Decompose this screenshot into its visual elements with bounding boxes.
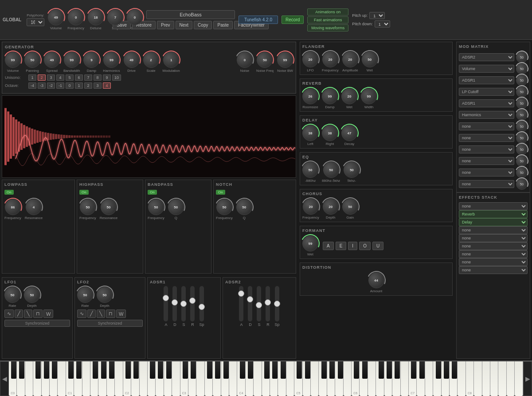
mod-matrix-knob-0[interactable]: 50: [516, 51, 528, 63]
octave-3[interactable]: 3: [94, 82, 102, 89]
lfo2-sine-btn[interactable]: ∿: [77, 310, 86, 318]
gen-damp-knob[interactable]: 9: [83, 52, 99, 68]
octave-n3[interactable]: -3: [38, 82, 46, 89]
mod-matrix-knob-10[interactable]: 50: [516, 167, 528, 178]
mod-matrix-select-1[interactable]: Volume ADSR1ADSR2Volume LP CutoffHarmoni…: [459, 65, 514, 73]
unisono-7[interactable]: 7: [84, 74, 92, 81]
adsr1-sp-slider[interactable]: [200, 286, 204, 322]
black-key-14[interactable]: [191, 361, 196, 379]
flanger-lfo-knob[interactable]: 20: [302, 51, 318, 67]
reverb-width-knob[interactable]: 99: [361, 88, 377, 104]
lfo2-ramp-btn[interactable]: ╲: [97, 310, 105, 318]
adsr1-a-slider[interactable]: [164, 286, 168, 322]
flanger-amp-knob[interactable]: 20: [342, 51, 358, 67]
formant-o-button[interactable]: O: [359, 242, 371, 250]
black-key--1[interactable]: [35, 361, 41, 379]
octave-n4[interactable]: -4: [28, 82, 36, 89]
bandpass-q-knob[interactable]: 50: [168, 199, 184, 215]
mod-matrix-select-0[interactable]: ADSR2 ADSR1ADSR2Volume LP CutoffHarmonic…: [459, 53, 514, 61]
black-key--1[interactable]: [52, 361, 57, 379]
highpass-on-badge[interactable]: On: [79, 190, 89, 195]
mod-matrix-knob-6[interactable]: 50: [516, 121, 528, 132]
mod-matrix-select-9[interactable]: none ADSR1ADSR2Volume LP CutoffHarmonics…: [459, 157, 514, 165]
mod-matrix-select-7[interactable]: none ADSR1ADSR2Volume LP CutoffHarmonics…: [459, 134, 514, 142]
mod-matrix-knob-3[interactable]: 50: [516, 86, 528, 98]
formant-e-button[interactable]: E: [336, 242, 347, 250]
lfo1-random-btn[interactable]: W: [43, 310, 53, 318]
formant-i-button[interactable]: I: [348, 242, 357, 250]
octave-0[interactable]: 0: [66, 82, 74, 89]
freq-knob[interactable]: 0: [68, 9, 84, 25]
mod-matrix-knob-8[interactable]: 50: [516, 144, 528, 155]
effect-select-7[interactable]: none ReverbDelayChorusFlangernone: [459, 258, 528, 266]
polyphony-select[interactable]: 168432: [27, 18, 44, 26]
black-key-9[interactable]: [125, 361, 131, 379]
black-key-9[interactable]: [133, 361, 139, 379]
eq-mid-knob[interactable]: 50: [323, 162, 339, 178]
black-key-4[interactable]: [76, 361, 82, 379]
effect-select-6[interactable]: none ReverbDelayChorusFlangernone: [459, 250, 528, 258]
white-key-34[interactable]: [286, 361, 294, 396]
black-key-19[interactable]: [272, 361, 278, 379]
black-key-34[interactable]: [452, 361, 457, 379]
unisono-1[interactable]: 1: [28, 74, 36, 81]
octave-n2[interactable]: -2: [47, 82, 55, 89]
lfo1-saw-btn[interactable]: ╱: [15, 310, 23, 318]
reverb-roomsize-knob[interactable]: 26: [302, 88, 318, 104]
formant-u-button[interactable]: U: [372, 242, 383, 250]
formant-wet-knob[interactable]: 99: [302, 235, 318, 251]
white-key-27[interactable]: [229, 361, 237, 396]
black-key-9[interactable]: [166, 361, 172, 379]
white-key-62[interactable]: [515, 361, 523, 396]
chorus-gain-knob[interactable]: 50: [342, 199, 358, 215]
chorus-depth-knob[interactable]: 20: [323, 199, 339, 215]
black-key-34[interactable]: [419, 361, 425, 379]
eq-high-knob[interactable]: 50: [344, 162, 360, 178]
noise-knob[interactable]: 0: [237, 52, 253, 68]
black-key-19[interactable]: [264, 361, 270, 379]
white-key-57[interactable]: [474, 361, 482, 396]
white-key-48[interactable]: [401, 361, 409, 396]
delay-left-knob[interactable]: 38: [302, 125, 318, 141]
black-key-29[interactable]: [354, 361, 359, 379]
glide-knob[interactable]: 0: [127, 9, 143, 25]
white-key-6[interactable]: [58, 361, 66, 396]
gen-bandwidth-knob[interactable]: 99: [64, 52, 80, 68]
black-key-34[interactable]: [411, 361, 416, 379]
chorus-freq-knob[interactable]: 20: [303, 199, 319, 215]
adsr2-s-slider[interactable]: [257, 286, 261, 322]
white-key-41[interactable]: [344, 361, 352, 396]
lfo2-saw-btn[interactable]: ╱: [87, 310, 96, 318]
reverb-damp-knob[interactable]: 99: [322, 88, 338, 104]
adsr1-r-slider[interactable]: [190, 286, 195, 322]
black-key-4[interactable]: [93, 361, 98, 379]
black-key-34[interactable]: [436, 361, 441, 379]
unisono-8[interactable]: 8: [94, 74, 102, 81]
mod-matrix-knob-4[interactable]: 50: [516, 98, 528, 109]
lfo1-square-btn[interactable]: ⊓: [33, 310, 43, 318]
unisono-3[interactable]: 3: [47, 74, 55, 81]
octave-2[interactable]: 2: [84, 82, 92, 89]
record-button[interactable]: Record: [282, 16, 304, 24]
lfo1-ramp-btn[interactable]: ╲: [24, 310, 32, 318]
formant-a-button[interactable]: A: [323, 242, 334, 250]
delay-decay-knob[interactable]: 47: [341, 125, 357, 141]
mod-matrix-knob-1[interactable]: 50: [516, 63, 528, 74]
animations-on-button[interactable]: Animations on: [307, 8, 348, 16]
lfo1-sine-btn[interactable]: ∿: [4, 310, 14, 318]
mod-matrix-select-8[interactable]: none ADSR1ADSR2Volume LP CutoffHarmonics…: [459, 145, 514, 153]
tunefish-button[interactable]: Tunefish 4.2.0: [239, 16, 278, 24]
black-key-19[interactable]: [248, 361, 253, 379]
lfo1-rate-knob[interactable]: 50: [4, 287, 20, 303]
reverb-wet-knob[interactable]: 20: [341, 88, 357, 104]
adsr2-sp-slider[interactable]: [275, 286, 279, 322]
white-key-13[interactable]: [115, 361, 123, 396]
lowpass-res-knob[interactable]: 4: [26, 199, 42, 215]
pitch-up-select[interactable]: 12: [369, 12, 385, 19]
delay-right-knob[interactable]: 38: [322, 125, 338, 141]
white-key-9[interactable]: [82, 361, 90, 396]
unisono-5[interactable]: 5: [66, 74, 74, 81]
mod-matrix-select-3[interactable]: LP Cutoff ADSR1ADSR2Volume LP CutoffHarm…: [459, 88, 514, 96]
black-key-24[interactable]: [321, 361, 327, 379]
highpass-freq-knob[interactable]: 50: [80, 199, 96, 215]
